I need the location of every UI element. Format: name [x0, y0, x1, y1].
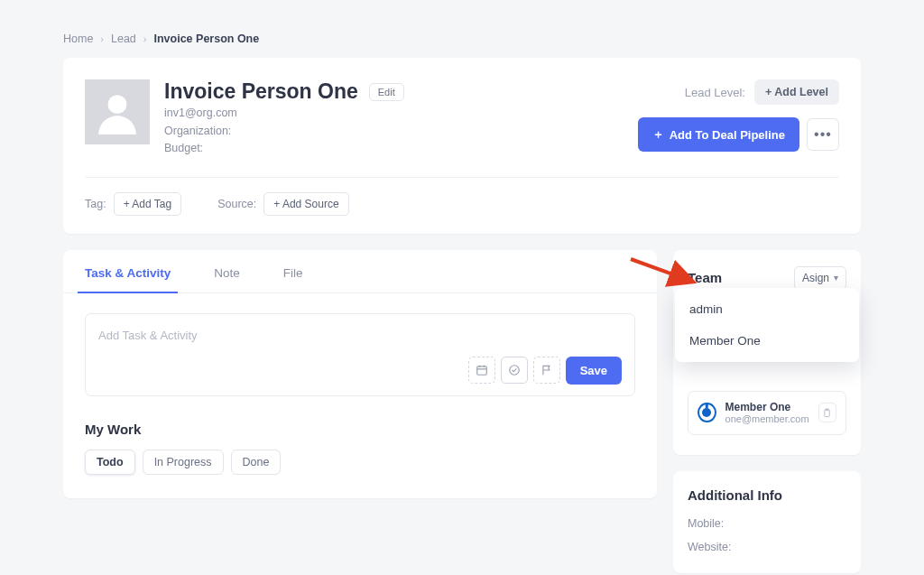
tab-file[interactable]: File	[283, 250, 303, 292]
divider	[85, 177, 839, 178]
avatar	[85, 79, 150, 144]
info-website-label: Website:	[688, 541, 846, 553]
chevron-right-icon: ›	[143, 33, 147, 44]
tab-task-activity[interactable]: Task & Activity	[85, 250, 171, 292]
add-tag-button[interactable]: + Add Tag	[114, 192, 182, 216]
check-circle-icon	[508, 364, 521, 376]
more-actions-button[interactable]: •••	[807, 118, 839, 151]
filter-in-progress[interactable]: In Progress	[143, 450, 224, 475]
person-icon	[95, 89, 140, 134]
team-title: Team	[688, 270, 722, 285]
source-label: Source:	[217, 198, 256, 210]
lead-level-label: Lead Level:	[685, 86, 745, 99]
breadcrumb-home[interactable]: Home	[63, 32, 93, 45]
save-task-button[interactable]: Save	[566, 357, 622, 385]
task-input[interactable]	[98, 325, 622, 357]
add-level-button[interactable]: + Add Level	[754, 79, 839, 105]
team-member-chip: Member One one@member.com	[688, 391, 846, 436]
add-to-deal-pipeline-button[interactable]: ＋ Add To Deal Pipeline	[638, 117, 799, 152]
tab-note[interactable]: Note	[214, 250, 240, 292]
calendar-icon	[476, 364, 488, 376]
additional-info-card: Additional Info Mobile: Website:	[673, 471, 861, 573]
info-mobile-label: Mobile:	[688, 517, 846, 530]
plus-icon: ＋	[652, 126, 664, 143]
breadcrumb-current: Invoice Person One	[154, 32, 260, 45]
flag-icon	[541, 364, 553, 376]
team-card: Team Asign ▾ admin Member One Member One…	[673, 250, 861, 456]
svg-point-2	[509, 366, 519, 376]
lead-email: inv1@org.com	[164, 106, 624, 122]
remove-member-button[interactable]	[818, 403, 836, 422]
tag-label: Tag:	[85, 198, 106, 210]
lead-organization-label: Organization:	[164, 124, 624, 140]
lead-header-card: Invoice Person One Edit inv1@org.com Org…	[63, 58, 861, 234]
member-email: one@member.com	[725, 413, 809, 425]
add-pipeline-label: Add To Deal Pipeline	[670, 128, 785, 142]
chevron-right-icon: ›	[100, 33, 104, 44]
my-work-title: My Work	[85, 422, 635, 437]
flag-icon-button[interactable]	[533, 357, 560, 384]
task-input-box: Save	[85, 313, 635, 396]
edit-button[interactable]: Edit	[369, 83, 404, 101]
add-source-button[interactable]: + Add Source	[263, 192, 348, 216]
assign-popover: admin Member One	[675, 288, 859, 362]
assign-option-admin[interactable]: admin	[675, 293, 859, 325]
calendar-icon-button[interactable]	[468, 357, 495, 384]
breadcrumb: Home › Lead › Invoice Person One	[63, 32, 861, 45]
member-name: Member One	[725, 401, 809, 413]
tabs: Task & Activity Note File	[63, 250, 657, 293]
assign-label: Asign	[802, 272, 829, 284]
activity-card: Task & Activity Note File	[63, 250, 657, 498]
status-icon-button[interactable]	[501, 357, 528, 384]
power-icon	[698, 403, 716, 422]
assign-option-member-one[interactable]: Member One	[675, 325, 859, 357]
svg-point-0	[108, 95, 127, 114]
assign-button[interactable]: Asign ▾	[794, 266, 846, 290]
clipboard-icon	[822, 408, 832, 418]
svg-rect-1	[476, 366, 486, 375]
dots-horizontal-icon: •••	[814, 126, 832, 143]
breadcrumb-lead[interactable]: Lead	[111, 32, 136, 45]
filter-done[interactable]: Done	[231, 450, 282, 475]
lead-name: Invoice Person One	[164, 79, 358, 104]
filter-todo[interactable]: Todo	[85, 450, 135, 475]
additional-info-title: Additional Info	[688, 487, 846, 503]
chevron-down-icon: ▾	[834, 273, 838, 283]
lead-budget-label: Budget:	[164, 141, 624, 157]
my-work-filters: Todo In Progress Done	[85, 450, 635, 475]
